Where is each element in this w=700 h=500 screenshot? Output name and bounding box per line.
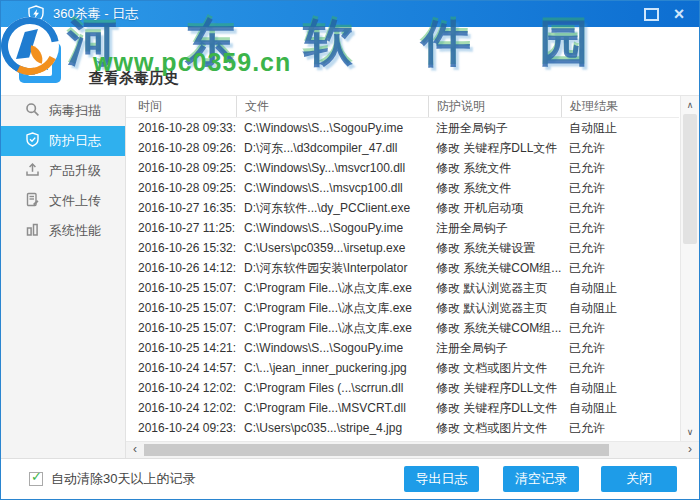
row-description: 修改 文档或图片文件 [428, 358, 561, 378]
search-icon [25, 102, 49, 120]
row-time: 2016-10-24 09:23:... [126, 418, 236, 438]
sidebar-item-label: 防护日志 [49, 132, 101, 150]
scroll-down-icon[interactable]: ∨ [681, 425, 699, 439]
row-file: C:\Program Files (...\scrrun.dll [236, 378, 428, 398]
horizontal-scrollbar[interactable]: ‹ › [126, 441, 699, 458]
footer-bar: ✓ 自动清除30天以上的记录 导出日志清空记录关闭 [1, 458, 699, 499]
scroll-right-icon[interactable]: › [682, 442, 698, 458]
table-row[interactable]: 2016-10-26 14:12:...D:\河东软件园安装\Interpola… [126, 258, 679, 278]
sidebar-item-file-upload[interactable]: 文件上传 [1, 186, 125, 216]
row-result: 已允许 [561, 358, 679, 378]
table-row[interactable]: 2016-10-25 15:07:...C:\Program File...\冰… [126, 298, 679, 318]
scroll-left-icon[interactable]: ‹ [127, 442, 143, 458]
auto-clear-checkbox[interactable]: ✓ [29, 472, 43, 486]
antivirus-shield-icon [27, 5, 45, 23]
export-log-button[interactable]: 导出日志 [404, 466, 479, 492]
row-description: 修改 系统关键设置 [428, 238, 561, 258]
row-file: C:\Users\pc0359...\irsetup.exe [236, 238, 428, 258]
table-row[interactable]: 2016-10-24 09:23:...C:\Users\pc035...\st… [126, 418, 679, 438]
table-row[interactable]: 2016-10-24 12:02:...C:\Program Files (..… [126, 378, 679, 398]
page-header: 查看杀毒历史 您在此可以了解360杀毒运行的历史记录及其详细信息。 [1, 27, 699, 95]
row-description: 修改 系统关键COM组... [428, 258, 561, 278]
row-file: C:\...\jean_inner_puckering.jpg [236, 358, 428, 378]
row-file: D:\河东软件园安装\Interpolator [236, 258, 428, 278]
title-bar[interactable]: 360杀毒 - 日志 × [1, 1, 699, 27]
auto-clear-label[interactable]: 自动清除30天以上的记录 [51, 459, 195, 499]
row-description: 修改 关键程序DLL文件 [428, 398, 561, 418]
table-row[interactable]: 2016-10-28 09:26:...D:\河东...\d3dcompiler… [126, 138, 679, 158]
row-file: C:\Program File...\冰点文库.exe [236, 298, 428, 318]
sidebar-item-label: 产品升级 [49, 162, 101, 180]
table-row[interactable]: 2016-10-26 15:32:...C:\Users\pc0359...\i… [126, 238, 679, 258]
row-result: 已允许 [561, 258, 679, 278]
table-row[interactable]: 2016-10-27 11:25:...C:\Windows\S...\Sogo… [126, 218, 679, 238]
maximize-button[interactable] [637, 1, 665, 27]
table-row[interactable]: 2016-10-28 09:33:...C:\Windows\S...\Sogo… [126, 118, 679, 138]
column-header-4[interactable]: 处理结果 [561, 96, 679, 117]
upgrade-icon [25, 162, 49, 180]
row-description: 修改 关键程序DLL文件 [428, 378, 561, 398]
row-description: 注册全局钩子 [428, 338, 561, 358]
row-file: C:\Users\pc035...\stripe_4.jpg [236, 418, 428, 438]
row-time: 2016-10-27 16:35:... [126, 198, 236, 218]
table-row[interactable]: 2016-10-25 15:07:...C:\Program File...\冰… [126, 318, 679, 338]
column-header-3[interactable]: 防护说明 [428, 96, 561, 117]
checkmark-icon: ✓ [31, 469, 42, 484]
sidebar-item-system-performance[interactable]: 系统性能 [1, 216, 125, 246]
row-time: 2016-10-24 12:02:... [126, 378, 236, 398]
row-file: C:\Windows\S...\msvcp100.dll [236, 178, 428, 198]
row-file: C:\Program File...\冰点文库.exe [236, 318, 428, 338]
horizontal-scrollbar-thumb[interactable] [144, 444, 609, 456]
row-result: 已允许 [561, 418, 679, 438]
row-result: 已允许 [561, 178, 679, 198]
row-description: 修改 关键程序DLL文件 [428, 138, 561, 158]
table-row[interactable]: 2016-10-24 12:02:...C:\Program File...\M… [126, 398, 679, 418]
row-time: 2016-10-28 09:25:... [126, 158, 236, 178]
vertical-scrollbar[interactable]: ∧ ∨ [680, 96, 699, 441]
sidebar-item-product-upgrade[interactable]: 产品升级 [1, 156, 125, 186]
row-result: 已允许 [561, 338, 679, 358]
close-button[interactable]: × [665, 1, 693, 27]
column-header-2[interactable]: 文件 [236, 96, 428, 117]
row-time: 2016-10-26 14:12:... [126, 258, 236, 278]
vertical-scrollbar-thumb[interactable] [683, 114, 697, 244]
row-time: 2016-10-25 15:07:... [126, 298, 236, 318]
row-file: C:\Program File...\冰点文库.exe [236, 278, 428, 298]
log-document-icon [19, 43, 61, 83]
row-result: 已允许 [561, 218, 679, 238]
table-row[interactable]: 2016-10-28 09:25:...C:\Windows\S...\msvc… [126, 178, 679, 198]
row-time: 2016-10-28 09:26:... [126, 138, 236, 158]
row-description: 修改 文档或图片文件 [428, 418, 561, 438]
table-row[interactable]: 2016-10-25 15:07:...C:\Program File...\冰… [126, 278, 679, 298]
row-time: 2016-10-25 15:07:... [126, 318, 236, 338]
column-header-1[interactable]: 时间 [126, 96, 236, 117]
sidebar-item-label: 文件上传 [49, 192, 101, 210]
table-row[interactable]: 2016-10-28 09:25:...C:\Windows\Sy...\msv… [126, 158, 679, 178]
sidebar-item-label: 病毒扫描 [49, 102, 101, 120]
sidebar: 病毒扫描防护日志产品升级文件上传系统性能 [1, 96, 126, 458]
shield-icon [25, 132, 49, 150]
app-window: 360杀毒 - 日志 × 查看杀毒历史 您在此可以了解360杀毒运行的历史记录及… [0, 0, 700, 500]
table-row[interactable]: 2016-10-25 14:21:...C:\Windows\S...\Sogo… [126, 338, 679, 358]
page-title: 查看杀毒历史 [89, 69, 179, 88]
close-button[interactable]: 关闭 [601, 466, 677, 492]
row-result: 已允许 [561, 198, 679, 218]
row-description: 注册全局钩子 [428, 218, 561, 238]
row-description: 注册全局钩子 [428, 118, 561, 138]
row-result: 已允许 [561, 238, 679, 258]
table-row[interactable]: 2016-10-27 16:35:...D:\河东软件...\dy_PCClie… [126, 198, 679, 218]
log-table: 2016-10-28 09:33:...C:\Windows\S...\Sogo… [126, 118, 679, 440]
sidebar-item-protection-log[interactable]: 防护日志 [1, 126, 125, 156]
row-time: 2016-10-27 11:25:... [126, 218, 236, 238]
clear-records-button[interactable]: 清空记录 [503, 466, 579, 492]
row-result: 自动阻止 [561, 398, 679, 418]
row-time: 2016-10-25 15:07:... [126, 278, 236, 298]
row-file: C:\Program File...\MSVCRT.dll [236, 398, 428, 418]
sidebar-item-virus-scan[interactable]: 病毒扫描 [1, 96, 125, 126]
row-description: 修改 系统文件 [428, 158, 561, 178]
table-row[interactable]: 2016-10-24 14:57:...C:\...\jean_inner_pu… [126, 358, 679, 378]
scroll-up-icon[interactable]: ∧ [681, 98, 699, 112]
row-result: 已允许 [561, 318, 679, 338]
row-description: 修改 默认浏览器主页 [428, 278, 561, 298]
row-result: 自动阻止 [561, 378, 679, 398]
